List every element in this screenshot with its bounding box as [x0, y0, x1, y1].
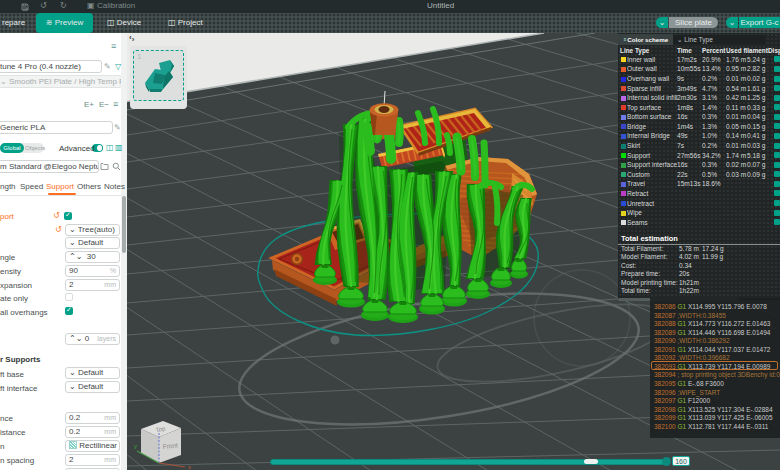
svg-text:y: y — [134, 443, 137, 449]
svg-text:x: x — [188, 464, 191, 470]
